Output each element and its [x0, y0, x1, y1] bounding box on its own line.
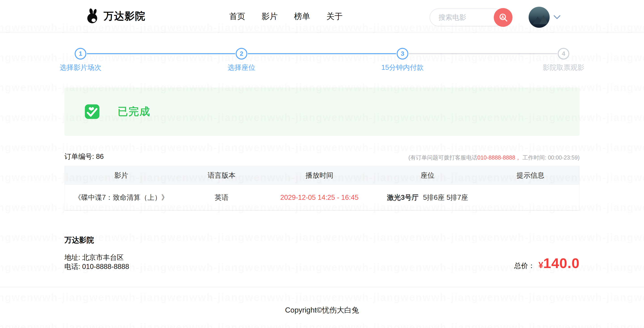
- logo[interactable]: 万达影院: [86, 8, 146, 25]
- nav-item-rankings[interactable]: 榜单: [294, 0, 310, 33]
- service-phone: 010-8888-8888，: [478, 154, 521, 161]
- col-header-tip: 提示信息: [482, 171, 580, 180]
- step-circle-2: 2: [236, 48, 247, 60]
- total-amount: 140.0: [543, 255, 580, 271]
- hall-name: 激光3号厅: [387, 194, 418, 201]
- order-table: 影片 语言版本 播放时间 座位 提示信息 《碟中谍7：致命清算（上）》 英语 2…: [64, 166, 580, 211]
- footer-divider: [0, 287, 644, 287]
- seat-numbers: 5排6座 5排7座: [423, 194, 468, 201]
- step-circle-3: 3: [397, 48, 408, 60]
- header: 万达影院 首页 影片 榜单 关于: [0, 0, 644, 33]
- col-header-language: 语言版本: [178, 171, 265, 180]
- nav-item-about[interactable]: 关于: [326, 0, 342, 33]
- col-header-playtime: 播放时间: [266, 171, 374, 180]
- step-label-select-seat: 选择座位: [161, 63, 322, 72]
- step-label-select-showtime: 选择影片场次: [0, 63, 161, 72]
- order-number: 订单编号: 86: [64, 152, 104, 161]
- service-note: (有订单问题可拨打客服电话010-8888-8888， 工作时间: 00:00-…: [408, 154, 580, 161]
- order-status-text: 已完成: [118, 105, 150, 119]
- search-input[interactable]: [438, 13, 492, 22]
- total-price: 总价： ¥ 140.0: [514, 255, 580, 271]
- step-label-pay: 15分钟内付款: [322, 63, 483, 72]
- user-menu[interactable]: [528, 7, 561, 28]
- search-box: [430, 9, 504, 27]
- step-connector-inactive: [409, 53, 557, 54]
- step-circle-4: 4: [558, 48, 569, 60]
- col-header-movie: 影片: [64, 171, 178, 180]
- cinema-info: 万达影院 地址: 北京市丰台区 电话: 010-8888-8888: [64, 235, 129, 271]
- cell-seat: 激光3号厅5排6座 5排7座: [374, 193, 482, 202]
- table-row: 《碟中谍7：致命清算（上）》 英语 2029-12-05 14:25 - 16:…: [64, 185, 580, 210]
- chevron-down-icon: [553, 15, 561, 20]
- heart-check-icon: [84, 104, 100, 119]
- step-connector: [248, 53, 396, 54]
- cell-language: 英语: [178, 193, 265, 202]
- table-header-row: 影片 语言版本 播放时间 座位 提示信息: [64, 166, 580, 185]
- step-connector: [87, 53, 235, 54]
- service-note-prefix: (有订单问题可拨打客服电话: [408, 154, 477, 161]
- success-banner: 已完成: [64, 88, 580, 136]
- cinema-phone: 电话: 010-8888-8888: [64, 262, 129, 271]
- step-circle-1: 1: [75, 48, 86, 60]
- nav-item-home[interactable]: 首页: [229, 0, 245, 33]
- cell-playtime: 2029-12-05 14:25 - 16:45: [266, 194, 374, 202]
- logo-text: 万达影院: [104, 10, 146, 23]
- step-label-pickup: 影院取票观影: [483, 63, 644, 72]
- cell-movie-title: 《碟中谍7：致命清算（上）》: [64, 193, 178, 202]
- cinema-name: 万达影院: [64, 235, 129, 245]
- cinema-address: 地址: 北京市丰台区: [64, 253, 129, 262]
- rabbit-logo-icon: [86, 8, 100, 25]
- search-icon: [498, 13, 508, 22]
- avatar[interactable]: [528, 7, 550, 28]
- search-button[interactable]: [494, 8, 512, 27]
- col-header-seat: 座位: [374, 171, 482, 180]
- total-price-label: 总价：: [514, 261, 535, 270]
- currency-symbol: ¥: [538, 260, 543, 270]
- nav-item-movies[interactable]: 影片: [262, 0, 278, 33]
- progress-steps: 1 2 3 4 选择影片场次 选择座位 15分钟内付款 影院取票观影: [0, 33, 644, 75]
- service-note-suffix: 工作时间: 00:00-23:59): [521, 154, 580, 161]
- copyright-text: Copyright©忧伤大白兔: [0, 305, 644, 315]
